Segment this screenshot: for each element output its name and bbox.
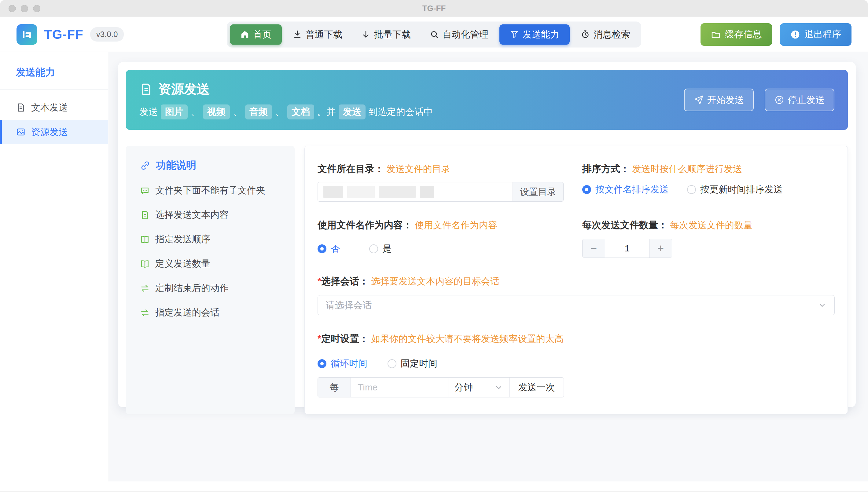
radio-filename-yes[interactable]: 是 — [369, 243, 392, 255]
chevron-down-icon — [495, 383, 503, 392]
swap-arrows-icon — [140, 284, 150, 293]
app-logo-icon — [17, 24, 37, 45]
exclamation-circle-icon — [790, 30, 800, 40]
interval-input-group: 每 分钟 发送一次 — [318, 377, 564, 397]
features-panel: 功能说明 文件夹下面不能有子文件夹 选择发送文本内容 指定发送顺序 — [126, 146, 295, 414]
open-book-icon — [140, 259, 150, 269]
brand-name: TG-FF — [44, 27, 83, 42]
count-hint: 每次发送文件的数量 — [670, 220, 752, 230]
radio-dot — [369, 244, 378, 253]
feature-item-send-count: 定义发送数量 — [140, 257, 285, 270]
filename-as-content-section: 使用文件名作为内容：使用文件名作为内容 否 是 — [318, 219, 570, 258]
hero-subtitle: 发送 图片 、 视频 、 音频 、 文档 。并 发送 到选定的会话中 — [139, 105, 433, 119]
home-icon — [240, 30, 250, 39]
tab-automation[interactable]: 自动化管理 — [422, 24, 496, 45]
swap-arrows-icon — [140, 308, 150, 318]
stepper-value[interactable]: 1 — [605, 239, 649, 257]
sidebar-item-resource-send[interactable]: 资源发送 — [0, 120, 108, 144]
tag-image: 图片 — [161, 105, 188, 119]
redacted-text — [379, 186, 416, 198]
redacted-text — [347, 186, 375, 198]
arrow-down-icon — [361, 30, 370, 39]
tag-video: 视频 — [203, 105, 230, 119]
tab-send-ability[interactable]: 发送能力 — [499, 24, 570, 45]
radio-filename-no[interactable]: 否 — [318, 243, 340, 255]
version-badge: v3.0.0 — [90, 27, 124, 42]
radio-dot — [582, 185, 591, 194]
radio-dot — [687, 185, 696, 194]
stopwatch-icon — [581, 30, 590, 39]
cache-info-button[interactable]: 缓存信息 — [700, 23, 772, 46]
count-stepper: − 1 + — [582, 239, 672, 258]
timer-label: *定时设置：如果你的文件较大请不要将发送频率设置的太高 — [318, 332, 835, 345]
content-card: 资源发送 发送 图片 、 视频 、 音频 、 文档 。并 发送 到选定的会话中 — [118, 62, 856, 407]
session-label: *选择会话：选择要发送文本内容的目标会话 — [318, 275, 835, 288]
feature-item-target-session: 指定发送的会话 — [140, 306, 285, 319]
directory-section: 文件所在目录：发送文件的目录 设置目录 — [318, 162, 570, 202]
radio-sort-by-updated[interactable]: 按更新时间排序发送 — [687, 183, 783, 196]
directory-label: 文件所在目录：发送文件的目录 — [318, 162, 570, 175]
stop-send-button[interactable]: 停止发送 — [765, 88, 834, 111]
main-area: 资源发送 发送 图片 、 视频 、 音频 、 文档 。并 发送 到选定的会话中 — [108, 52, 868, 491]
main-tabbar: 首页 普通下载 批量下载 自动化管理 发送能力 消息检索 — [227, 21, 641, 47]
hero-banner: 资源发送 发送 图片 、 视频 、 音频 、 文档 。并 发送 到选定的会话中 — [126, 70, 848, 130]
tab-message-search[interactable]: 消息检索 — [573, 24, 638, 45]
funnel-icon — [510, 30, 519, 39]
feature-item-no-subfolder: 文件夹下面不能有子文件夹 — [140, 184, 285, 197]
sidebar-title: 发送能力 — [0, 52, 108, 89]
features-title: 功能说明 — [140, 159, 285, 172]
tab-home[interactable]: 首页 — [230, 24, 282, 45]
tag-audio: 音频 — [245, 105, 272, 119]
tab-normal-download[interactable]: 普通下载 — [285, 24, 350, 45]
feature-item-send-order: 指定发送顺序 — [140, 233, 285, 246]
sidebar-item-text-send[interactable]: 文本发送 — [0, 95, 108, 120]
radio-dot — [318, 359, 326, 368]
interval-time-input[interactable] — [351, 377, 448, 397]
brand: TG-FF v3.0.0 — [17, 24, 124, 45]
tab-batch-download[interactable]: 批量下载 — [353, 24, 419, 45]
hero-title: 资源发送 — [158, 81, 210, 98]
radio-sort-by-filename[interactable]: 按文件名排序发送 — [582, 183, 669, 196]
quit-app-button[interactable]: 退出程序 — [780, 23, 851, 46]
timer-section: *定时设置：如果你的文件较大请不要将发送频率设置的太高 循环时间 固定时间 每 … — [318, 332, 835, 397]
chevron-down-icon — [818, 301, 826, 309]
stepper-minus-button[interactable]: − — [583, 239, 605, 257]
document-icon — [140, 210, 150, 220]
navbar: TG-FF v3.0.0 首页 普通下载 批量下载 自动化管理 发送能 — [0, 17, 868, 52]
redacted-text — [324, 186, 343, 198]
feature-item-select-text: 选择发送文本内容 — [140, 209, 285, 221]
tag-document: 文档 — [287, 105, 314, 119]
count-label: 每次发送文件数量：每次发送文件的数量 — [582, 219, 835, 232]
app-window: TG-FF TG-FF v3.0.0 首页 普通下载 批量下载 — [0, 0, 868, 491]
tag-send: 发送 — [339, 105, 366, 119]
stepper-plus-button[interactable]: + — [649, 239, 672, 257]
radio-fixed-time[interactable]: 固定时间 — [388, 358, 437, 370]
paper-plane-icon — [694, 95, 703, 105]
filename-hint: 使用文件名作为内容 — [415, 220, 497, 230]
window-title: TG-FF — [0, 4, 868, 13]
session-hint: 选择要发送文本内容的目标会话 — [371, 276, 499, 286]
radio-loop-time[interactable]: 循环时间 — [318, 358, 367, 370]
timer-hint: 如果你的文件较大请不要将发送频率设置的太高 — [371, 333, 564, 344]
send-settings-form: 文件所在目录：发送文件的目录 设置目录 — [304, 146, 848, 414]
document-icon — [16, 103, 26, 113]
feature-item-end-action: 定制结束后的动作 — [140, 282, 285, 295]
titlebar: TG-FF — [0, 0, 868, 17]
document-icon — [139, 83, 153, 96]
radio-dot — [318, 244, 326, 253]
circle-x-icon — [774, 95, 784, 105]
sort-section: 排序方式：发送时按什么顺序进行发送 按文件名排序发送 按更新时间排序发送 — [582, 162, 835, 202]
start-send-button[interactable]: 开始发送 — [684, 88, 754, 111]
link-icon — [140, 160, 150, 171]
search-icon — [430, 30, 439, 39]
interval-unit-select[interactable]: 分钟 — [448, 377, 509, 397]
download-icon — [293, 30, 302, 39]
session-select-placeholder: 请选择会话 — [326, 299, 372, 312]
directory-input[interactable] — [318, 182, 512, 201]
sidebar: 发送能力 文本发送 资源发送 — [0, 52, 108, 491]
chat-bubble-icon — [140, 186, 150, 195]
sort-hint: 发送时按什么顺序进行发送 — [632, 164, 742, 174]
send-once-addon: 发送一次 — [509, 377, 564, 397]
set-directory-button[interactable]: 设置目录 — [512, 182, 563, 201]
session-select[interactable]: 请选择会话 — [318, 295, 835, 315]
